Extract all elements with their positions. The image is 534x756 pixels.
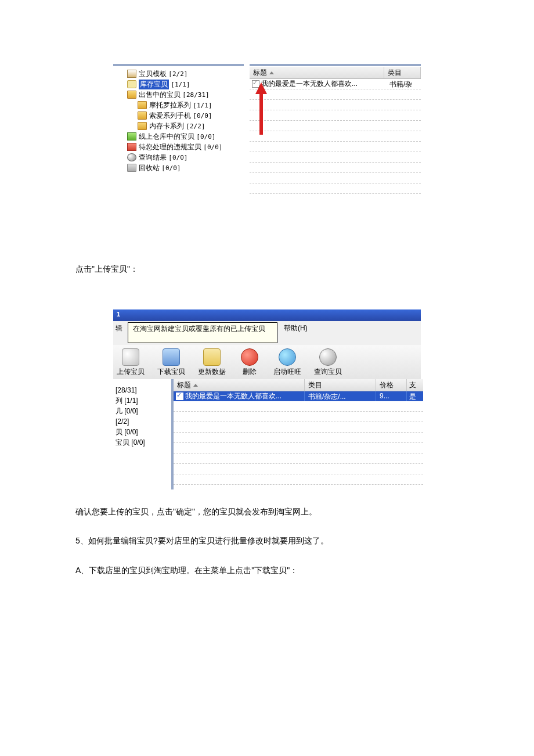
download-icon bbox=[163, 348, 180, 366]
side-line: [28/31] bbox=[116, 385, 169, 395]
tree-label: 内存卡系列 bbox=[149, 121, 184, 131]
cell-title: 我的最爱是一本无数人都喜欢... bbox=[261, 79, 358, 89]
tree-count: [1/1] bbox=[193, 102, 212, 109]
cell-pay: 是 bbox=[406, 391, 423, 401]
col-title[interactable]: 标题 bbox=[250, 67, 384, 78]
side-line: 几 [0/0] bbox=[116, 406, 169, 416]
window-titlebar: 1 bbox=[113, 309, 421, 321]
item-table: 标题 类目 我的最爱是一本无数人都喜欢... 书籍/杂 bbox=[250, 64, 421, 197]
tree-item-selling[interactable]: 出售中的宝贝 [28/31] bbox=[113, 89, 244, 100]
search-button[interactable]: 查询宝贝 bbox=[314, 348, 342, 377]
table-header: 标题 类目 价格 支 bbox=[174, 379, 423, 391]
folder-icon bbox=[138, 101, 147, 109]
tree-count: [2/2] bbox=[186, 123, 205, 130]
tree-count: [28/31] bbox=[182, 91, 209, 99]
lock-icon bbox=[127, 80, 136, 88]
para-a: A、下载店里的宝贝到淘宝助理。在主菜单上点击"下载宝贝"： bbox=[75, 560, 534, 581]
folder-red-icon bbox=[127, 143, 136, 151]
tree-label: 查询结果 bbox=[139, 153, 167, 163]
side-line: 贝 [0/0] bbox=[116, 427, 169, 437]
instruction-text-1: 点击"上传宝贝"： bbox=[75, 264, 534, 275]
tree-item-trash[interactable]: 回收站 [0/0] bbox=[113, 163, 244, 173]
side-line: 宝贝 [0/0] bbox=[116, 437, 169, 448]
cell-price: 9... bbox=[376, 391, 406, 401]
col-pay[interactable]: 支 bbox=[407, 379, 423, 391]
col-title[interactable]: 标题 bbox=[174, 379, 305, 391]
folder-icon bbox=[138, 122, 147, 130]
upload-tooltip: 在淘宝网新建宝贝或覆盖原有的已上传宝贝 bbox=[128, 322, 277, 343]
upload-button[interactable]: 上传宝贝 bbox=[117, 348, 145, 377]
screenshot-2: 1 辑 在淘宝网新建宝贝或覆盖原有的已上传宝贝 帮助(H) 上传宝贝 下载宝贝 … bbox=[113, 309, 421, 489]
item-table-2: 标题 类目 价格 支 我的最爱是一本无数人都喜欢... 书籍/杂志/... 9.… bbox=[171, 379, 423, 489]
cell-category: 书籍/杂 bbox=[387, 79, 421, 89]
cell-category: 书籍/杂志/... bbox=[304, 391, 376, 401]
tree-item-sony[interactable]: 索爱系列手机 [0/0] bbox=[113, 110, 244, 121]
instruction-paragraphs: 确认您要上传的宝贝，点击"确定"，您的宝贝就会发布到淘宝网上。 5、如何批量编辑… bbox=[75, 501, 534, 581]
wangwang-icon bbox=[279, 348, 296, 366]
col-category[interactable]: 类目 bbox=[384, 67, 421, 78]
tree-item-warehouse[interactable]: 线上仓库中的宝贝 [0/0] bbox=[113, 131, 244, 142]
table-row-selected[interactable]: 我的最爱是一本无数人都喜欢... 书籍/杂志/... 9... 是 bbox=[174, 391, 423, 401]
checkbox-icon[interactable] bbox=[176, 393, 183, 400]
tree-count: [2/2] bbox=[168, 70, 187, 78]
tree-item-stock[interactable]: 库存宝贝 [1/1] bbox=[113, 79, 244, 89]
tree-item-moto[interactable]: 摩托罗拉系列 [1/1] bbox=[113, 100, 244, 110]
folder-icon bbox=[138, 111, 147, 120]
menu-help[interactable]: 帮助(H) bbox=[284, 323, 308, 333]
side-line: 列 [1/1] bbox=[116, 395, 169, 406]
trash-icon bbox=[127, 164, 136, 172]
menu-edit[interactable]: 辑 bbox=[116, 323, 122, 333]
table-header: 标题 类目 bbox=[250, 66, 421, 79]
tree-label: 回收站 bbox=[139, 163, 160, 173]
sort-asc-icon bbox=[269, 71, 274, 74]
folder-icon bbox=[127, 91, 136, 99]
refresh-icon bbox=[203, 348, 221, 366]
toolbar: 上传宝贝 下载宝贝 更新数据 删除 启动旺旺 查询宝贝 bbox=[113, 345, 421, 380]
screenshot-1: 宝贝模板 [2/2] 库存宝贝 [1/1] 出售中的宝贝 [28/31] 摩托罗… bbox=[113, 64, 421, 195]
col-category[interactable]: 类目 bbox=[305, 379, 376, 391]
tree-label: 宝贝模板 bbox=[139, 69, 167, 79]
tree-count: [0/0] bbox=[196, 133, 215, 141]
tree-count: [0/0] bbox=[161, 164, 181, 172]
tree-item-memory[interactable]: 内存卡系列 [2/2] bbox=[113, 121, 244, 131]
folder-green-icon bbox=[127, 132, 136, 141]
magnifier-icon bbox=[127, 153, 136, 161]
tree-count: [0/0] bbox=[203, 143, 222, 151]
delete-button[interactable]: 删除 bbox=[241, 348, 258, 377]
tree-count: [0/0] bbox=[193, 112, 212, 120]
delete-icon bbox=[241, 348, 258, 366]
tree-label: 索爱系列手机 bbox=[149, 111, 191, 121]
tree-label: 出售中的宝贝 bbox=[139, 90, 181, 100]
tree-count: [1/1] bbox=[171, 81, 190, 88]
tree-item-violation[interactable]: 待您处理的违规宝贝 [0/0] bbox=[113, 142, 244, 152]
tree-item-search[interactable]: 查询结果 [0/0] bbox=[113, 152, 244, 163]
para-confirm: 确认您要上传的宝贝，点击"确定"，您的宝贝就会发布到淘宝网上。 bbox=[75, 501, 534, 522]
side-line: [2/2] bbox=[116, 416, 169, 427]
tree-label: 库存宝贝 bbox=[139, 80, 169, 89]
cell-title: 我的最爱是一本无数人都喜欢... bbox=[185, 391, 282, 401]
tree-label: 线上仓库中的宝贝 bbox=[139, 132, 194, 142]
para-5: 5、如何批量编辑宝贝?要对店里的宝贝进行批量修改时就要用到这了。 bbox=[75, 530, 534, 551]
tree-label: 待您处理的违规宝贝 bbox=[139, 142, 201, 152]
tree-label: 摩托罗拉系列 bbox=[149, 100, 191, 110]
sort-asc-icon bbox=[193, 384, 198, 387]
annotation-arrow-icon bbox=[257, 82, 265, 135]
search-icon bbox=[319, 348, 337, 366]
side-tree-partial: [28/31] 列 [1/1] 几 [0/0] [2/2] 贝 [0/0] 宝贝… bbox=[113, 379, 171, 489]
col-price[interactable]: 价格 bbox=[376, 379, 407, 391]
wangwang-button[interactable]: 启动旺旺 bbox=[273, 348, 301, 377]
tree-panel: 宝贝模板 [2/2] 库存宝贝 [1/1] 出售中的宝贝 [28/31] 摩托罗… bbox=[113, 64, 244, 185]
refresh-button[interactable]: 更新数据 bbox=[198, 348, 226, 377]
download-button[interactable]: 下载宝贝 bbox=[157, 348, 185, 377]
box-icon bbox=[127, 70, 136, 78]
tree-item-template[interactable]: 宝贝模板 [2/2] bbox=[113, 69, 244, 79]
upload-icon bbox=[122, 348, 139, 366]
table-row[interactable]: 我的最爱是一本无数人都喜欢... 书籍/杂 bbox=[250, 79, 421, 89]
tree-count: [0/0] bbox=[168, 154, 187, 161]
